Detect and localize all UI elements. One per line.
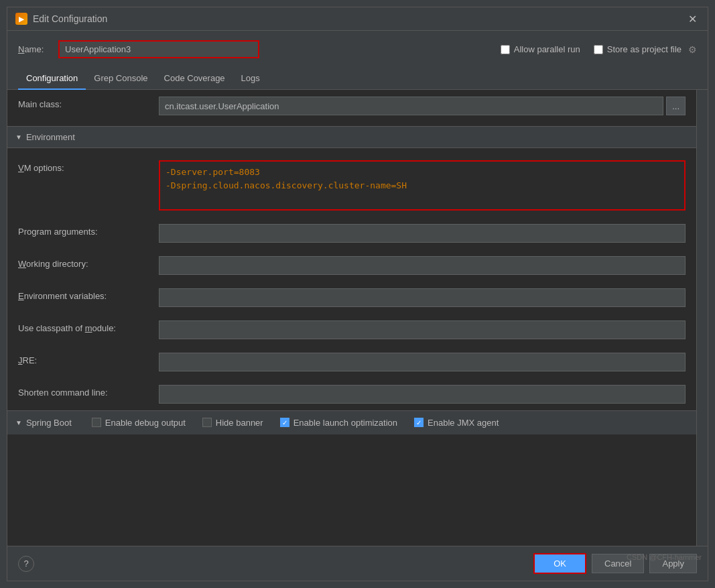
enable-launch-optimization-label: Enable launch optimization [294,418,397,428]
help-button[interactable]: ? [18,556,34,572]
env-variables-row: Environment variables: [7,282,696,314]
classpath-module-row: Use classpath of module: [7,314,696,346]
working-directory-value [159,256,686,275]
tabs-bar: Configuration Grep Console Code Coverage… [7,68,708,90]
app-icon: ▶ [15,13,27,25]
working-directory-input[interactable] [159,256,686,275]
main-class-input[interactable] [159,97,663,115]
spring-boot-collapse-arrow: ▼ [15,419,22,426]
store-as-project-file-group: Store as project file ⚙ [594,44,697,55]
button-bar: ? OK Cancel Apply [7,546,708,581]
program-arguments-input[interactable] [159,224,686,243]
allow-parallel-run-checkbox[interactable] [501,45,510,54]
main-class-row: Main class: ... [7,90,696,122]
jre-label: JRE: [18,353,159,365]
environment-section-label: Environment [26,132,75,142]
enable-launch-optimization-option: ✓ Enable launch optimization [280,418,397,428]
vm-options-row: VM options: -Dserver.port=8083 -Dspring.… [7,152,696,217]
store-as-project-file-checkbox[interactable] [594,45,603,54]
tab-code-coverage[interactable]: Code Coverage [156,68,233,90]
jre-input[interactable] [159,353,686,371]
environment-section-header[interactable]: ▼ Environment [7,126,696,148]
shorten-command-line-value [159,385,686,404]
close-button[interactable]: ✕ [684,11,701,27]
title-bar: ▶ Edit Configuration ✕ [7,7,708,31]
classpath-module-input[interactable] [159,320,686,339]
gear-icon[interactable]: ⚙ [688,44,697,55]
scrollbar[interactable] [697,90,708,546]
program-arguments-row: Program arguments: [7,217,696,249]
main-class-value: ... [159,97,686,115]
allow-parallel-run-group: Allow parallel run [501,44,580,54]
environment-collapse-arrow: ▼ [15,133,22,141]
spring-boot-title: ▼ Spring Boot [15,418,72,428]
enable-jmx-agent-label: Enable JMX agent [428,418,499,428]
tab-logs[interactable]: Logs [233,68,268,90]
working-directory-row: Working directory: [7,249,696,282]
tab-grep-console[interactable]: Grep Console [86,68,155,90]
enable-debug-output-label: Enable debug output [105,418,186,428]
shorten-command-line-label: Shorten command line: [18,385,159,398]
working-directory-label: Working directory: [18,256,159,269]
hide-banner-label: Hide banner [216,418,263,428]
env-variables-label: Environment variables: [18,288,159,301]
main-class-browse-button[interactable]: ... [666,97,686,115]
watermark: CSDN @CFH-hammer [627,553,702,561]
vm-options-label: VM options: [18,160,159,173]
config-panel: Main class: ... ▼ Environment VM options… [7,90,697,546]
name-label: Name: [18,44,52,54]
enable-debug-output-option: Enable debug output [92,418,186,428]
jre-row: JRE: [7,346,696,378]
shorten-command-line-input[interactable] [159,385,686,404]
name-right-options: Allow parallel run Store as project file… [501,44,697,55]
name-row: Name: Allow parallel run Store as projec… [7,31,708,68]
enable-debug-output-checkbox[interactable] [92,418,101,427]
env-variables-input[interactable] [159,288,686,307]
vm-options-textarea[interactable]: -Dserver.port=8083 -Dspring.cloud.nacos.… [159,160,686,211]
hide-banner-option: Hide banner [202,418,263,428]
shorten-command-line-row: Shorten command line: [7,378,696,410]
classpath-module-label: Use classpath of module: [18,320,159,333]
dialog-title: Edit Configuration [33,13,107,24]
enable-jmx-agent-option: ✓ Enable JMX agent [414,418,499,428]
name-input[interactable] [58,40,259,58]
tab-configuration[interactable]: Configuration [18,68,86,90]
classpath-module-value [159,320,686,339]
spring-boot-options: Enable debug output Hide banner ✓ Enable… [92,418,499,428]
main-class-label: Main class: [18,97,159,109]
ok-button[interactable]: OK [533,553,586,574]
hide-banner-checkbox[interactable] [202,418,212,427]
spring-boot-label: Spring Boot [26,418,72,428]
enable-jmx-agent-checkbox[interactable]: ✓ [414,418,424,427]
vm-options-value: -Dserver.port=8083 -Dspring.cloud.nacos.… [159,160,686,211]
env-variables-value [159,288,686,307]
program-arguments-label: Program arguments: [18,224,159,237]
main-content: Main class: ... ▼ Environment VM options… [7,90,708,546]
enable-launch-optimization-checkbox[interactable]: ✓ [280,418,289,427]
program-arguments-value [159,224,686,243]
allow-parallel-run-label: Allow parallel run [514,44,580,54]
jre-value [159,353,686,371]
store-as-project-file-label: Store as project file [607,44,681,54]
spring-boot-section: ▼ Spring Boot Enable debug output Hide b… [7,410,696,434]
